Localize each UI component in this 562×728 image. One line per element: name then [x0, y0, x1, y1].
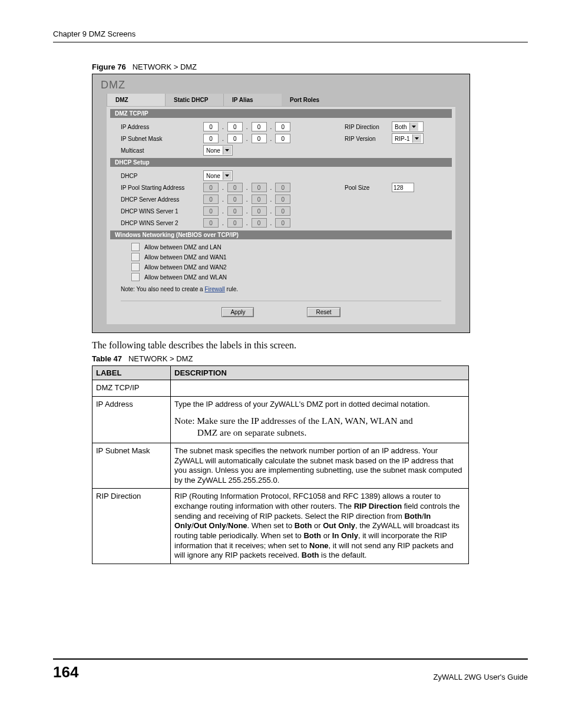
checkbox-dmz-wlan[interactable]: [131, 273, 140, 281]
select-rip-direction-value: Both: [395, 124, 407, 130]
firewall-note: Note: You also need to create a Firewall…: [121, 286, 455, 292]
figure-caption: Figure 76 NETWORK > DMZ: [92, 62, 528, 71]
firewall-link[interactable]: Firewall: [204, 286, 224, 292]
section-netbios: Windows Networking (NetBIOS over TCP/IP): [110, 230, 452, 239]
wins1-2[interactable]: [227, 206, 243, 216]
row-dmz-tcpip-desc: [171, 380, 469, 397]
ip-address-octet-3[interactable]: [252, 122, 267, 131]
tab-ip-alias[interactable]: IP Alias: [223, 94, 282, 106]
checkbox-dmz-wan2[interactable]: [131, 263, 140, 271]
label-pool-size: Pool Size: [345, 185, 392, 191]
dmz-config-panel: DMZ DMZ Static DHCP IP Alias Port Roles …: [92, 74, 470, 333]
subnet-octet-4[interactable]: [275, 134, 290, 143]
chevron-down-icon: [223, 146, 232, 154]
label-ip-subnet: IP Subnet Mask: [121, 136, 203, 142]
chevron-down-icon: [412, 134, 421, 143]
checkbox-dmz-wan1[interactable]: [131, 253, 140, 261]
server-4[interactable]: [275, 195, 290, 204]
tab-dmz[interactable]: DMZ: [107, 94, 165, 106]
label-pool-start: IP Pool Starting Address: [121, 185, 203, 191]
th-description: DESCRIPTION: [171, 366, 469, 380]
subnet-octet-2[interactable]: [227, 134, 243, 143]
section-dhcp-setup: DHCP Setup: [110, 158, 452, 167]
ip-address-octet-2[interactable]: [227, 122, 243, 131]
pool-start-1[interactable]: [203, 183, 219, 192]
chevron-down-icon: [223, 172, 232, 180]
pool-start-4[interactable]: [275, 183, 290, 192]
tab-static-dhcp[interactable]: Static DHCP: [165, 94, 223, 106]
select-rip-direction[interactable]: Both: [392, 121, 424, 132]
table-caption: Table 47 NETWORK > DMZ: [92, 354, 528, 363]
label-rip-direction: RIP Direction: [345, 124, 392, 130]
select-dhcp-value: None: [206, 173, 220, 179]
subnet-octet-3[interactable]: [252, 134, 267, 143]
wins2-1[interactable]: [203, 218, 219, 228]
server-1[interactable]: [203, 195, 219, 204]
divider: [121, 301, 441, 301]
ip-address-octet-1[interactable]: [203, 122, 219, 131]
wins1-1[interactable]: [203, 206, 219, 216]
server-2[interactable]: [227, 195, 243, 204]
row-rip-direction-label: RIP Direction: [92, 489, 171, 564]
row-ip-address-label: IP Address: [92, 396, 171, 443]
select-multicast-value: None: [206, 147, 220, 154]
guide-name: ZyWALL 2WG User's Guide: [434, 673, 528, 681]
wins1-4[interactable]: [275, 206, 290, 216]
wins2-4[interactable]: [275, 218, 290, 228]
section-dmz-tcpip: DMZ TCP/IP: [110, 109, 452, 118]
label-dmz-wlan: Allow between DMZ and WLAN: [144, 274, 227, 281]
figure-label: Figure 76: [92, 62, 126, 71]
intro-text: The following table describes the labels…: [92, 340, 528, 351]
select-rip-version[interactable]: RIP-1: [392, 133, 424, 144]
figure-title: NETWORK > DMZ: [133, 62, 197, 71]
label-ip-address: IP Address: [121, 124, 203, 130]
page-number: 164: [53, 663, 78, 681]
pool-size-input[interactable]: [392, 183, 414, 192]
label-dmz-lan: Allow between DMZ and LAN: [144, 244, 222, 251]
ip-address-octet-4[interactable]: [275, 122, 290, 131]
wins2-2[interactable]: [227, 218, 243, 228]
label-dhcp: DHCP: [121, 173, 203, 179]
label-wins2: DHCP WINS Server 2: [121, 220, 203, 226]
label-dhcp-server: DHCP Server Address: [121, 196, 203, 203]
select-rip-version-value: RIP-1: [395, 136, 410, 142]
pool-start-3[interactable]: [252, 183, 267, 192]
pool-start-2[interactable]: [227, 183, 243, 192]
reset-button[interactable]: Reset: [307, 307, 340, 317]
label-multicast: Multicast: [121, 147, 203, 154]
checkbox-dmz-lan[interactable]: [131, 243, 140, 251]
row-dmz-tcpip-label: DMZ TCP/IP: [92, 380, 171, 397]
server-3[interactable]: [252, 195, 267, 204]
label-dmz-wan2: Allow between DMZ and WAN2: [144, 264, 227, 271]
row-subnet-desc: The subnet mask specifies the network nu…: [171, 443, 469, 489]
select-multicast[interactable]: None: [203, 145, 233, 156]
tab-bar: DMZ Static DHCP IP Alias Port Roles: [107, 94, 470, 106]
tab-port-roles[interactable]: Port Roles: [282, 94, 339, 106]
row-subnet-label: IP Subnet Mask: [92, 443, 171, 489]
chapter-header: Chapter 9 DMZ Screens: [53, 29, 528, 42]
panel-title: DMZ: [92, 74, 470, 94]
row-rip-direction-desc: RIP (Routing Information Protocol, RFC10…: [171, 489, 469, 564]
row-ip-address-desc: Type the IP address of your ZyWALL's DMZ…: [171, 396, 469, 443]
subnet-octet-1[interactable]: [203, 134, 219, 143]
wins2-3[interactable]: [252, 218, 267, 228]
label-description-table: LABEL DESCRIPTION DMZ TCP/IP IP Address …: [92, 365, 469, 564]
label-dmz-wan1: Allow between DMZ and WAN1: [144, 254, 227, 261]
table-label: Table 47: [92, 354, 122, 363]
select-dhcp[interactable]: None: [203, 170, 233, 181]
wins1-3[interactable]: [252, 206, 267, 216]
table-title: NETWORK > DMZ: [128, 354, 193, 363]
label-rip-version: RIP Version: [345, 136, 392, 142]
chevron-down-icon: [409, 123, 418, 131]
apply-button[interactable]: Apply: [222, 307, 254, 317]
th-label: LABEL: [92, 366, 171, 380]
label-wins1: DHCP WINS Server 1: [121, 208, 203, 215]
